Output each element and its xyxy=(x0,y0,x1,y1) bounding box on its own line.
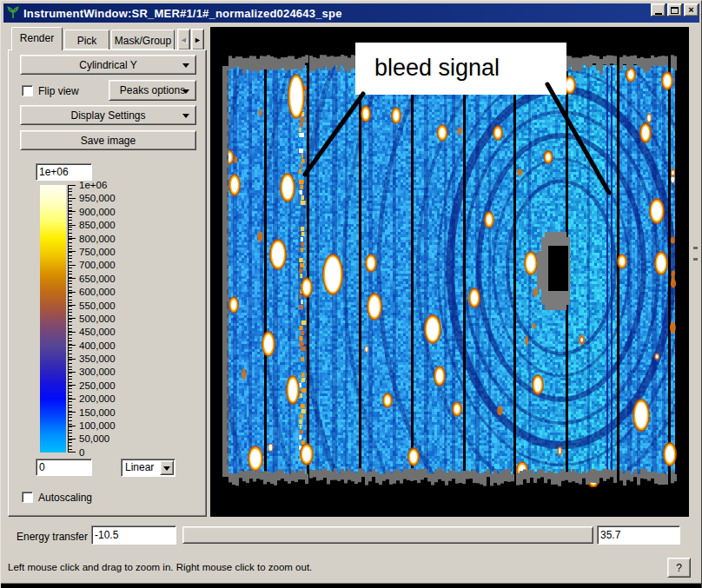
scale-type-dropdown[interactable]: Linear xyxy=(121,459,176,477)
chevron-down-icon xyxy=(182,114,189,118)
tick-mark xyxy=(69,359,76,360)
tick-mark xyxy=(69,372,76,373)
colorbar-tick-labels: 1e+06950,000900,000850,000800,000750,000… xyxy=(69,179,182,459)
scale-min-input[interactable] xyxy=(36,459,92,476)
window-title: InstrumentWindow:SR_MER#1/1#_normalized0… xyxy=(23,7,342,20)
app-plant-icon xyxy=(6,6,20,20)
tick-mark xyxy=(69,439,76,439)
tab-pick[interactable]: Pick xyxy=(64,30,109,50)
tick-mark xyxy=(69,238,76,239)
tick-label: 200,000 xyxy=(79,393,116,404)
close-button[interactable]: × xyxy=(684,3,699,17)
tick-mark xyxy=(69,265,76,266)
maximize-icon xyxy=(671,7,679,14)
tick-mark xyxy=(69,332,76,333)
tab-label: Render xyxy=(20,32,54,44)
tick-mark xyxy=(69,385,76,386)
bleed-signal-label: bleed signal xyxy=(374,55,500,81)
tick-mark xyxy=(69,211,76,212)
tick-label: 600,000 xyxy=(79,287,116,297)
tick-mark xyxy=(69,185,76,186)
tick-mark xyxy=(69,452,76,453)
tick-label: 1e+06 xyxy=(79,180,107,190)
colorbar[interactable] xyxy=(40,185,66,453)
close-icon: × xyxy=(688,5,693,15)
tab-render[interactable]: Render xyxy=(11,27,63,50)
tab-scroll-right-button[interactable]: ► xyxy=(191,29,204,50)
tab-label: Pick xyxy=(77,35,97,47)
help-button[interactable]: ? xyxy=(667,558,691,578)
tick-mark xyxy=(69,345,76,346)
bleed-signal-annotation: bleed signal xyxy=(355,43,566,95)
tick-label: 950,000 xyxy=(79,193,116,203)
tick-label: 700,000 xyxy=(79,260,116,270)
tick-mark xyxy=(69,426,76,426)
energy-transfer-slider[interactable] xyxy=(182,526,593,544)
splitter-handle[interactable] xyxy=(693,247,698,266)
tick-label: 0 xyxy=(79,447,84,458)
energy-min-input[interactable] xyxy=(91,525,176,545)
minimize-button[interactable] xyxy=(651,3,666,17)
tick-label: 100,000 xyxy=(79,420,116,431)
tick-label: 250,000 xyxy=(79,380,116,391)
peaks-options-dropdown[interactable]: Peaks options xyxy=(109,80,196,101)
flip-view-checkbox[interactable] xyxy=(22,85,33,96)
projection-dropdown[interactable]: Cylindrical Y xyxy=(20,55,196,75)
minimize-icon xyxy=(655,13,662,15)
tick-label: 650,000 xyxy=(79,274,116,284)
chevron-left-icon: ◄ xyxy=(180,36,188,44)
tick-mark xyxy=(69,292,76,293)
tick-mark xyxy=(69,198,76,199)
tick-label: 50,000 xyxy=(79,433,109,444)
energy-max-input[interactable] xyxy=(597,525,680,545)
autoscaling-label: Autoscaling xyxy=(38,492,92,504)
window-bottom-edge xyxy=(1,583,702,588)
maximize-button[interactable] xyxy=(667,3,682,17)
instrument-view[interactable]: bleed signal xyxy=(210,27,689,517)
tick-label: 500,000 xyxy=(79,314,116,324)
tab-label: Mask/Group xyxy=(115,35,171,47)
tab-scroll-left-button[interactable]: ◄ xyxy=(177,29,190,50)
scale-max-input[interactable] xyxy=(36,163,92,181)
tick-mark xyxy=(69,278,76,279)
detector-image[interactable] xyxy=(222,53,677,487)
tick-mark xyxy=(69,399,76,400)
save-image-button[interactable]: Save image xyxy=(20,130,196,150)
tick-label: 400,000 xyxy=(79,340,116,351)
tick-mark xyxy=(69,412,76,413)
tick-label: 150,000 xyxy=(79,407,116,418)
tick-mark xyxy=(69,318,76,319)
tick-label: 300,000 xyxy=(79,367,116,377)
help-icon: ? xyxy=(676,562,682,574)
projection-dropdown-label: Cylindrical Y xyxy=(79,59,136,71)
chevron-down-icon xyxy=(182,89,189,94)
tick-mark xyxy=(69,225,76,226)
tick-mark xyxy=(69,251,76,252)
save-image-label: Save image xyxy=(81,135,136,147)
tick-label: 800,000 xyxy=(79,234,116,244)
tab-mask-group[interactable]: Mask/Group xyxy=(111,30,175,50)
instrument-window: InstrumentWindow:SR_MER#1/1#_normalized0… xyxy=(0,0,702,588)
tick-label: 850,000 xyxy=(79,220,116,230)
tick-label: 750,000 xyxy=(79,247,116,257)
chevron-right-icon: ► xyxy=(194,36,202,44)
title-bar[interactable]: InstrumentWindow:SR_MER#1/1#_normalized0… xyxy=(3,3,699,23)
peaks-options-label: Peaks options xyxy=(120,84,185,96)
flip-view-label: Flip view xyxy=(38,85,79,97)
tick-label: 450,000 xyxy=(79,327,116,337)
energy-transfer-label: Energy transfer xyxy=(17,531,88,543)
chevron-down-icon xyxy=(163,466,170,471)
chevron-down-icon xyxy=(182,63,189,68)
tick-label: 550,000 xyxy=(79,301,116,311)
scale-type-value: Linear xyxy=(125,461,154,473)
autoscaling-checkbox[interactable] xyxy=(22,492,33,503)
status-bar-text: Left mouse click and drag to zoom in. Ri… xyxy=(8,562,312,572)
tick-label: 350,000 xyxy=(79,353,116,364)
display-settings-dropdown[interactable]: Display Settings xyxy=(20,105,196,125)
tick-mark xyxy=(69,305,76,306)
scale-type-arrow-button[interactable] xyxy=(160,460,174,475)
tick-label: 900,000 xyxy=(79,207,116,217)
display-settings-label: Display Settings xyxy=(70,109,145,122)
